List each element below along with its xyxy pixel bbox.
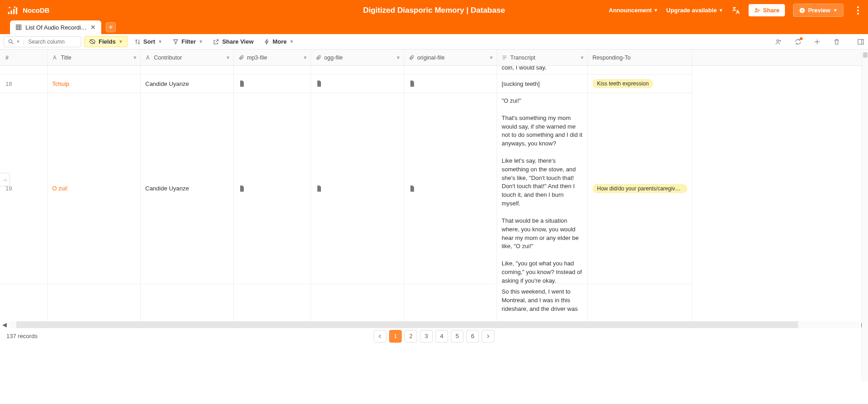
svg-rect-3 <box>16 7 17 14</box>
reload-icon[interactable] <box>794 38 802 45</box>
upgrade-menu[interactable]: Upgrade available▼ <box>666 7 723 14</box>
chevron-down-icon[interactable]: ▾ <box>227 54 230 61</box>
file-icon <box>316 184 323 193</box>
more-options-icon[interactable] <box>855 6 861 15</box>
chevron-down-icon[interactable]: ▾ <box>397 54 400 61</box>
table-row[interactable]: coin, I would say. <box>0 66 692 75</box>
header-row-number[interactable]: # <box>0 50 48 65</box>
transcript-cell[interactable]: So this weekend, I went to Montreal, and… <box>497 284 588 321</box>
ogg-cell[interactable] <box>311 75 404 93</box>
svg-point-9 <box>9 40 12 43</box>
page-3-button[interactable]: 3 <box>420 330 433 343</box>
attachment-icon <box>409 55 414 60</box>
table-row[interactable]: 18 Tchuip Candide Uyanze [sucking teeth]… <box>0 75 692 93</box>
page-5-button[interactable]: 5 <box>451 330 464 343</box>
announcement-menu[interactable]: Announcement▼ <box>609 7 658 14</box>
external-link-icon <box>213 39 219 45</box>
ogg-cell[interactable] <box>311 93 404 284</box>
file-icon <box>316 79 323 88</box>
header-contributor[interactable]: Contributor▾ <box>141 50 234 65</box>
preview-button[interactable]: Preview▼ <box>793 4 843 17</box>
search-input[interactable] <box>27 38 77 46</box>
share-button[interactable]: Share <box>749 4 785 16</box>
more-menu-button[interactable]: More▼ <box>260 36 298 47</box>
header-ogg-file[interactable]: ogg-file▾ <box>311 50 404 65</box>
original-cell[interactable] <box>404 93 497 284</box>
header-original-file[interactable]: original-file▾ <box>404 50 497 65</box>
add-tab-button[interactable]: + <box>106 22 116 32</box>
header-title[interactable]: Title▾ <box>48 50 141 65</box>
grid-view-icon <box>15 24 22 30</box>
header-mp3-file[interactable]: mp3-file▾ <box>234 50 311 65</box>
add-row-icon[interactable] <box>814 38 821 45</box>
original-cell[interactable] <box>404 75 497 93</box>
expand-sidebar-button[interactable]: → <box>0 173 10 186</box>
users-icon[interactable] <box>775 38 782 45</box>
responding-cell[interactable]: Kiss teeth expression <box>588 75 692 93</box>
header-responding-to[interactable]: Responding-To <box>588 50 692 65</box>
svg-rect-2 <box>13 9 15 14</box>
delete-icon[interactable] <box>833 38 840 45</box>
svg-rect-11 <box>858 39 863 44</box>
contributor-cell[interactable]: Candide Uyanze <box>141 75 234 93</box>
vertical-scrollbar[interactable] <box>862 50 868 344</box>
translate-icon[interactable] <box>731 6 740 15</box>
chevron-down-icon[interactable]: ▾ <box>490 54 493 61</box>
title-cell[interactable]: Tchuip <box>48 75 141 93</box>
toggle-sidebar-icon[interactable] <box>857 38 864 45</box>
share-view-button[interactable]: Share View <box>209 36 257 47</box>
filter-icon <box>173 39 179 45</box>
scroll-left-icon[interactable]: ◀ <box>0 321 9 328</box>
mp3-cell[interactable] <box>234 93 311 284</box>
fields-button[interactable]: Fields▼ <box>84 36 128 47</box>
horizontal-scrollbar[interactable]: ◀ ▶ <box>0 321 868 328</box>
file-icon <box>238 79 246 88</box>
attachment-icon <box>316 55 321 60</box>
responding-cell[interactable]: How did/do your parents/caregivers/a… <box>588 93 692 284</box>
mp3-cell[interactable] <box>234 75 311 93</box>
page-6-button[interactable]: 6 <box>466 330 479 343</box>
top-navigation-bar: NocoDB Digitized Diasporic Memory | Data… <box>0 0 868 20</box>
chevron-down-icon[interactable]: ▾ <box>304 54 307 61</box>
database-title: Digitized Diasporic Memory | Database <box>363 6 505 15</box>
chevron-down-icon[interactable]: ▾ <box>581 54 584 61</box>
view-toolbar: ▼ | Fields▼ Sort▼ Filter▼ Share View Mor… <box>0 34 868 50</box>
page-1-button[interactable]: 1 <box>389 330 402 343</box>
transcript-cell[interactable]: "O zui!" That's something my mom would s… <box>497 93 588 284</box>
contributor-cell[interactable]: Candide Uyanze <box>141 93 234 284</box>
svg-rect-0 <box>8 12 10 14</box>
page-2-button[interactable]: 2 <box>404 330 417 343</box>
svg-point-5 <box>14 6 15 8</box>
row-number[interactable]: 19 <box>0 93 48 284</box>
next-page-button[interactable] <box>482 330 494 343</box>
page-4-button[interactable]: 4 <box>435 330 448 343</box>
table-row[interactable]: 19 O zui! Candide Uyanze "O zui!" That's… <box>0 93 692 284</box>
filter-button[interactable]: Filter▼ <box>169 36 207 47</box>
tab-strip: List Of Audio Recordi… ✕ + <box>0 20 868 34</box>
row-number[interactable]: 18 <box>0 75 48 93</box>
sort-button[interactable]: Sort▼ <box>131 36 166 47</box>
table-row[interactable]: So this weekend, I went to Montreal, and… <box>0 284 692 321</box>
search-icon[interactable] <box>8 39 14 45</box>
nocodb-logo <box>7 5 19 15</box>
chevron-down-icon[interactable]: ▾ <box>133 54 137 61</box>
tab-title: List Of Audio Recordi… <box>25 24 87 31</box>
tag-pill: How did/do your parents/caregivers/a… <box>592 184 687 193</box>
tab-audio-recordings[interactable]: List Of Audio Recordi… ✕ <box>10 20 101 34</box>
transcript-cell[interactable]: coin, I would say. <box>497 66 588 75</box>
svg-rect-8 <box>16 25 21 30</box>
svg-point-6 <box>755 8 757 10</box>
svg-point-10 <box>777 40 779 41</box>
brand-name: NocoDB <box>23 6 49 14</box>
text-type-icon <box>52 55 58 60</box>
close-tab-icon[interactable]: ✕ <box>90 24 96 31</box>
longtext-icon <box>502 55 508 60</box>
title-cell[interactable]: O zui! <box>48 93 141 284</box>
search-scope-dropdown[interactable]: ▼ <box>16 39 20 44</box>
brand-group: NocoDB <box>7 5 49 15</box>
file-icon <box>409 184 416 193</box>
tag-pill: Kiss teeth expression <box>592 79 653 88</box>
header-transcript[interactable]: Transcript▾ <box>497 50 588 65</box>
prev-page-button[interactable] <box>374 330 386 343</box>
transcript-cell[interactable]: [sucking teeth] <box>497 75 588 93</box>
